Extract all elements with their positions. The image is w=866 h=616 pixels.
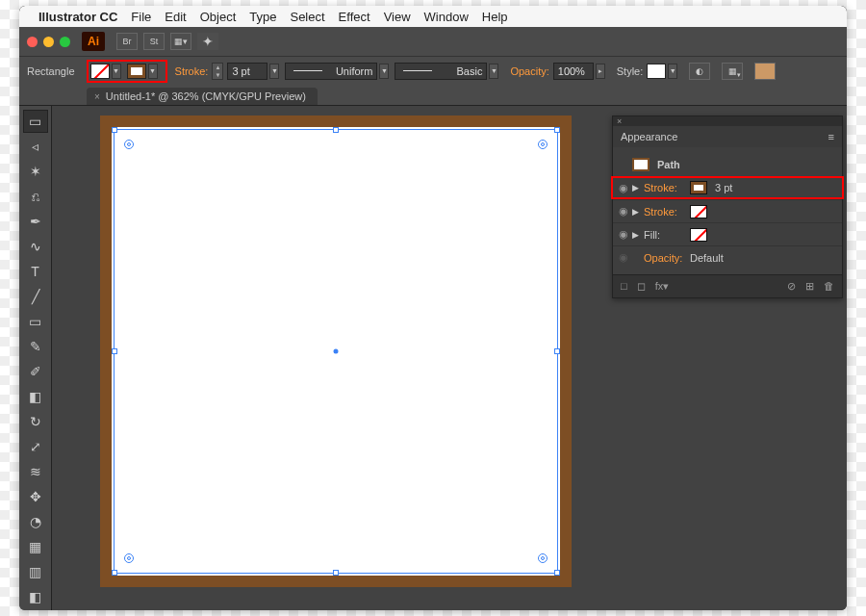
handle-w[interactable] [112, 348, 117, 354]
visibility-toggle-icon[interactable]: ◉ [619, 251, 632, 264]
align-button[interactable]: ▦▾ [722, 63, 743, 80]
menu-select[interactable]: Select [290, 10, 324, 24]
stroke-weight-stepper[interactable]: ▲▼ [212, 63, 223, 80]
line-segment-tool[interactable]: ╱ [23, 285, 48, 308]
fill-swatch[interactable] [90, 64, 110, 79]
menu-edit[interactable]: Edit [165, 10, 186, 24]
menu-type[interactable]: Type [249, 10, 276, 24]
menu-view[interactable]: View [384, 10, 411, 24]
handle-se[interactable] [554, 570, 560, 576]
clear-appearance-button[interactable]: ⊘ [787, 280, 796, 293]
stroke-dropdown[interactable]: ▼ [148, 64, 158, 79]
handle-sw[interactable] [112, 570, 117, 576]
stock-button[interactable]: St [143, 33, 165, 50]
menu-window[interactable]: Window [424, 10, 469, 24]
stroke-label[interactable]: Stroke: [175, 65, 209, 77]
appearance-fill-row[interactable]: ◉ ▶ Fill: [613, 222, 842, 245]
app-title[interactable]: Illustrator CC [38, 10, 117, 24]
panel-grip[interactable]: × [613, 116, 842, 126]
stroke-link-label[interactable]: Stroke: [644, 206, 690, 218]
delete-item-button[interactable]: 🗑 [824, 280, 834, 293]
corner-widget-se[interactable] [538, 553, 548, 563]
type-tool[interactable]: T [23, 260, 48, 283]
profile-dropdown[interactable]: ▼ [379, 64, 389, 79]
handle-nw[interactable] [112, 127, 117, 133]
menu-effect[interactable]: Effect [339, 10, 370, 24]
appearance-stroke-row-1[interactable]: ◉ ▶ Stroke: 3 pt [611, 176, 844, 199]
stroke-weight-value[interactable]: 3 pt [715, 182, 732, 193]
add-effect-button[interactable]: fx▾ [655, 280, 670, 293]
stroke-weight-field[interactable]: 3 pt [227, 63, 267, 80]
menu-help[interactable]: Help [482, 10, 508, 24]
rotate-tool[interactable]: ↻ [23, 410, 48, 433]
curvature-tool[interactable]: ∿ [23, 235, 48, 258]
duplicate-item-button[interactable]: ⊞ [805, 280, 814, 293]
shape-builder-tool[interactable]: ◔ [23, 510, 48, 533]
stroke-color-swatch[interactable] [690, 181, 707, 194]
visibility-toggle-icon[interactable]: ◉ [619, 228, 632, 241]
free-transform-tool[interactable]: ✥ [23, 485, 48, 508]
bridge-button[interactable]: Br [116, 33, 138, 50]
expand-icon[interactable]: ▶ [632, 183, 644, 192]
stroke-weight-dropdown[interactable]: ▼ [269, 64, 279, 79]
appearance-stroke-row-2[interactable]: ◉ ▶ Stroke: [613, 199, 842, 222]
rectangle-tool[interactable]: ▭ [23, 310, 48, 333]
variable-width-profile[interactable]: Uniform [285, 63, 377, 80]
pen-tool[interactable]: ✒ [23, 210, 48, 233]
menu-object[interactable]: Object [200, 10, 237, 24]
document-tab[interactable]: × Untitled-1* @ 362% (CMYK/GPU Preview) [87, 88, 318, 105]
gpu-preview-icon[interactable]: ✦ [197, 33, 218, 50]
lasso-tool[interactable]: ⎌ [23, 185, 48, 208]
opacity-label[interactable]: Opacity: [510, 65, 548, 77]
window-close-icon[interactable] [27, 37, 38, 47]
expand-icon[interactable]: ▶ [632, 207, 644, 217]
mesh-tool[interactable]: ▥ [23, 560, 48, 583]
close-tab-icon[interactable]: × [94, 91, 100, 102]
recolor-artwork-button[interactable]: ◐ [689, 63, 710, 80]
brush-dropdown[interactable]: ▼ [489, 64, 498, 79]
stroke-swatch[interactable] [127, 64, 146, 79]
opacity-link-label[interactable]: Opacity: [644, 252, 690, 264]
fill-dropdown[interactable]: ▼ [112, 64, 121, 79]
graphic-style-swatch[interactable] [647, 64, 666, 79]
visibility-toggle-icon[interactable]: ◉ [619, 182, 632, 194]
magic-wand-tool[interactable]: ✶ [23, 160, 48, 183]
corner-widget-nw[interactable] [124, 140, 134, 149]
corner-widget-sw[interactable] [124, 553, 134, 563]
handle-ne[interactable] [554, 127, 560, 133]
style-dropdown[interactable]: ▼ [668, 64, 677, 79]
perspective-grid-tool[interactable]: ▦ [23, 535, 48, 558]
eraser-tool[interactable]: ◧ [23, 385, 48, 408]
window-minimize-icon[interactable] [43, 37, 54, 47]
panel-menu-icon[interactable]: ≡ [828, 131, 834, 142]
shaper-tool[interactable]: ✐ [23, 360, 48, 383]
canvas[interactable]: × Appearance ≡ Path ◉ ▶ Stroke: [52, 106, 847, 610]
width-tool[interactable]: ≋ [23, 460, 48, 483]
selection-tool[interactable]: ▭ [23, 110, 48, 133]
menu-file[interactable]: File [131, 10, 151, 24]
paintbrush-tool[interactable]: ✎ [23, 335, 48, 358]
handle-e[interactable] [554, 348, 560, 354]
stroke-color-swatch-none[interactable] [690, 205, 707, 218]
scale-tool[interactable]: ⤢ [23, 435, 48, 458]
transform-button[interactable] [754, 63, 776, 80]
arrange-documents-button[interactable]: ▦▾ [170, 33, 191, 50]
corner-widget-ne[interactable] [538, 140, 548, 149]
direct-selection-tool[interactable]: ◃ [23, 135, 48, 158]
new-stroke-button[interactable]: ◻ [637, 280, 646, 293]
opacity-dropdown[interactable]: ▸ [596, 64, 605, 79]
handle-n[interactable] [333, 127, 339, 133]
selected-rectangle[interactable] [100, 116, 572, 587]
panel-close-icon[interactable]: × [617, 116, 622, 126]
expand-icon[interactable]: ▶ [632, 230, 644, 240]
stroke-link-label[interactable]: Stroke: [644, 182, 690, 193]
handle-s[interactable] [333, 570, 339, 576]
panel-title[interactable]: Appearance [621, 131, 677, 142]
brush-definition[interactable]: Basic [395, 63, 487, 80]
new-fill-button[interactable]: □ [621, 280, 627, 293]
window-maximize-icon[interactable] [60, 37, 70, 47]
appearance-target-row[interactable]: Path [613, 153, 842, 176]
appearance-opacity-row[interactable]: ◉ Opacity: Default [613, 245, 842, 269]
fill-color-swatch-none[interactable] [690, 228, 707, 242]
opacity-field[interactable]: 100% [553, 63, 594, 80]
